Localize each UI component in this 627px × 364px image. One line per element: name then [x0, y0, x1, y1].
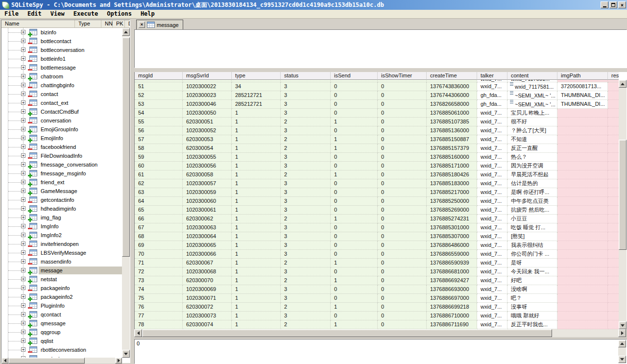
- col-header-reserve[interactable]: reserve: [608, 72, 619, 80]
- cell-talker[interactable]: wxid_7...: [477, 179, 507, 188]
- expand-icon[interactable]: +: [21, 65, 25, 70]
- tree-item-massendinfo[interactable]: +massendinfo: [1, 257, 122, 266]
- cell-isSend[interactable]: 0: [331, 232, 378, 241]
- cell-reserve[interactable]: [608, 170, 619, 179]
- cell-imgPath[interactable]: [557, 250, 608, 259]
- cell-msgSvrId[interactable]: 620300070: [183, 276, 232, 285]
- cell-talker[interactable]: wxid_7...: [477, 162, 507, 170]
- cell-imgPath[interactable]: [557, 80, 608, 82]
- cell-reserve[interactable]: [608, 118, 619, 126]
- cell-isShowTimer[interactable]: 0: [378, 303, 427, 312]
- cell-talker[interactable]: wxid_7...: [477, 109, 507, 118]
- expand-icon[interactable]: +: [21, 242, 25, 246]
- cell-status[interactable]: 3: [281, 100, 331, 109]
- cell-msgId[interactable]: 62: [135, 179, 183, 188]
- scroll-right-button[interactable]: [618, 329, 626, 337]
- cell-type[interactable]: 1: [232, 109, 281, 118]
- tree-item-rcontact[interactable]: +rcontact: [1, 354, 122, 358]
- cell-type[interactable]: 1: [232, 276, 281, 285]
- cell-status[interactable]: 3: [281, 294, 331, 303]
- cell-msgId[interactable]: 74: [135, 285, 183, 294]
- cell-talker[interactable]: wxid_7...: [477, 170, 507, 179]
- cell-talker[interactable]: wxid_7...: [477, 232, 507, 241]
- expand-icon[interactable]: +: [21, 92, 25, 96]
- cell-isShowTimer[interactable]: 0: [378, 320, 427, 329]
- cell-isSend[interactable]: 0: [331, 179, 378, 188]
- cell-isShowTimer[interactable]: 0: [378, 267, 427, 276]
- cell-isSend[interactable]: 0: [331, 241, 378, 250]
- cell-type[interactable]: 1: [232, 170, 281, 179]
- cell-reserve[interactable]: [608, 267, 619, 276]
- cell-imgPath[interactable]: [557, 267, 608, 276]
- cell-isShowTimer[interactable]: 0: [378, 100, 427, 109]
- cell-isShowTimer[interactable]: 0: [378, 126, 427, 135]
- tree-item-EmojiGroupInfo[interactable]: +EmojiGroupInfo: [1, 125, 122, 134]
- tree-item-qcontact[interactable]: +qcontact: [1, 310, 122, 319]
- cell-status[interactable]: [281, 80, 331, 82]
- col-header-imgPath[interactable]: imgPath: [557, 72, 608, 80]
- cell-talker[interactable]: wxid_7...: [477, 320, 507, 329]
- cell-imgPath[interactable]: [557, 232, 608, 241]
- cell-msgSvrId[interactable]: 1020300061: [183, 206, 232, 215]
- scrollbar-thumb[interactable]: [142, 329, 552, 337]
- cell-status[interactable]: 3: [281, 241, 331, 250]
- cell-createTime[interactable]: 1376885150887: [427, 135, 477, 144]
- expand-icon[interactable]: +: [21, 206, 25, 211]
- tree-item-fmessage_msginfo[interactable]: +fmessage_msginfo: [1, 169, 122, 178]
- cell-reserve[interactable]: [608, 82, 619, 91]
- cell-talker[interactable]: wxid_7...: [477, 250, 507, 259]
- cell-reserve[interactable]: [608, 144, 619, 153]
- cell-status[interactable]: 2: [281, 170, 331, 179]
- cell-msgId[interactable]: 54: [135, 109, 183, 118]
- cell-createTime[interactable]: 1376886711690: [427, 320, 477, 329]
- cell-status[interactable]: 3: [281, 223, 331, 232]
- cell-reserve[interactable]: [608, 109, 619, 118]
- cell-type[interactable]: 1: [232, 162, 281, 170]
- cell-isShowTimer[interactable]: 0: [378, 170, 427, 179]
- cell-isShowTimer[interactable]: 0: [378, 135, 427, 144]
- cell-msgSvrId[interactable]: 620300072: [183, 303, 232, 312]
- cell-msgId[interactable]: 70: [135, 250, 183, 259]
- cell-status[interactable]: 3: [281, 109, 331, 118]
- cell-isSend[interactable]: 0: [331, 126, 378, 135]
- cell-content[interactable]: 吃饭 睡觉 打...: [507, 223, 557, 232]
- cell-type[interactable]: 1: [232, 285, 281, 294]
- cell-isShowTimer[interactable]: 0: [378, 215, 427, 223]
- cell-msgId[interactable]: 67: [135, 223, 183, 232]
- cell-talker[interactable]: gh_fda...: [477, 100, 507, 109]
- sql-editor[interactable]: [134, 29, 627, 68]
- tree-header-type[interactable]: Type: [75, 20, 101, 28]
- cell-content[interactable]: 很不好: [507, 118, 557, 126]
- cell-reserve[interactable]: [608, 153, 619, 162]
- tree-header-pk[interactable]: PK: [113, 20, 125, 28]
- tree-item-qmessage[interactable]: +qmessage: [1, 319, 122, 328]
- cell-talker[interactable]: wxid_7...: [477, 197, 507, 206]
- cell-msgId[interactable]: 77: [135, 312, 183, 320]
- cell-talker[interactable]: wxid_7...: [477, 126, 507, 135]
- cell-isSend[interactable]: 0: [331, 267, 378, 276]
- cell-msgSvrId[interactable]: 1020300064: [183, 232, 232, 241]
- cell-isShowTimer[interactable]: 0: [378, 294, 427, 303]
- cell-createTime[interactable]: 1376886590939: [427, 259, 477, 267]
- cell-content[interactable]: ？肿么了[大哭]: [507, 126, 557, 135]
- menu-help[interactable]: Help: [136, 10, 159, 18]
- cell-imgPath[interactable]: [557, 197, 608, 206]
- cell-createTime[interactable]: 1376885107385: [427, 118, 477, 126]
- cell-msgId[interactable]: 69: [135, 241, 183, 250]
- cell-reserve[interactable]: [608, 188, 619, 197]
- cell-isShowTimer[interactable]: 0: [378, 259, 427, 267]
- cell-talker[interactable]: wxid_7...: [477, 215, 507, 223]
- cell-isShowTimer[interactable]: 0: [378, 118, 427, 126]
- cell-msgId[interactable]: 53: [135, 100, 183, 109]
- col-header-createTime[interactable]: createTime: [427, 72, 477, 80]
- cell-imgPath[interactable]: [557, 312, 608, 320]
- cell-msgId[interactable]: 60: [135, 162, 183, 170]
- cell-reserve[interactable]: [608, 197, 619, 206]
- cell-msgSvrId[interactable]: 620300062: [183, 215, 232, 223]
- cell-type[interactable]: 1: [232, 320, 281, 329]
- cell-imgPath[interactable]: [557, 118, 608, 126]
- tab-close-button[interactable]: ×: [139, 22, 145, 28]
- cell-imgPath[interactable]: [557, 294, 608, 303]
- cell-type[interactable]: [232, 80, 281, 82]
- cell-imgPath[interactable]: [557, 153, 608, 162]
